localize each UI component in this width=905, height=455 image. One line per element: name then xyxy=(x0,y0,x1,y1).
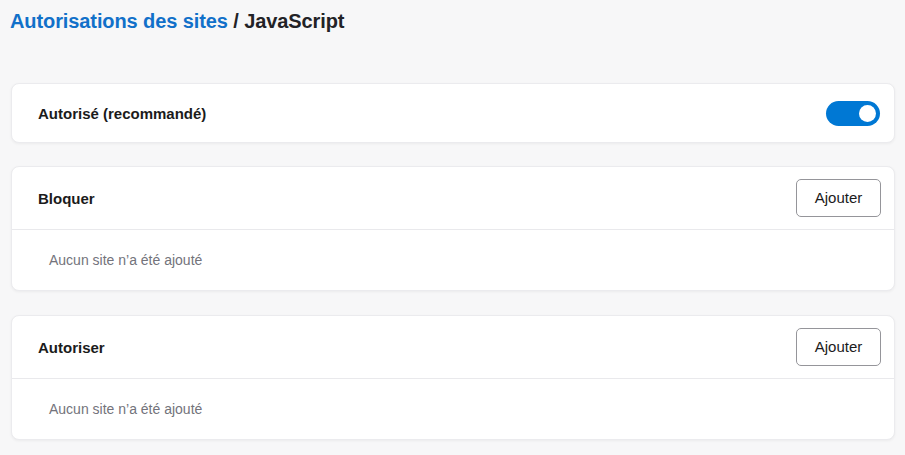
block-section-card: Bloquer Ajouter Aucun site n’a été ajout… xyxy=(11,166,895,291)
javascript-allowed-toggle[interactable] xyxy=(826,101,880,126)
allow-section-card: Autoriser Ajouter Aucun site n’a été ajo… xyxy=(11,315,895,440)
block-add-button[interactable]: Ajouter xyxy=(796,179,881,217)
default-setting-label: Autorisé (recommandé) xyxy=(38,105,206,122)
page-title: Autorisations des sites / JavaScript xyxy=(0,0,905,33)
breadcrumb-current: JavaScript xyxy=(244,10,344,32)
allow-section-title: Autoriser xyxy=(38,339,105,356)
block-section-header: Bloquer Ajouter xyxy=(12,167,894,229)
block-section-body: Aucun site n’a été ajouté xyxy=(12,229,894,290)
default-setting-card: Autorisé (recommandé) xyxy=(11,83,895,143)
breadcrumb-separator: / xyxy=(228,10,244,32)
block-empty-message: Aucun site n’a été ajouté xyxy=(49,252,202,268)
block-section-title: Bloquer xyxy=(38,190,95,207)
allow-add-button[interactable]: Ajouter xyxy=(796,328,881,366)
breadcrumb-parent-link[interactable]: Autorisations des sites xyxy=(10,10,228,32)
allow-section-body: Aucun site n’a été ajouté xyxy=(12,378,894,439)
allow-empty-message: Aucun site n’a été ajouté xyxy=(49,401,202,417)
toggle-knob xyxy=(859,105,876,122)
allow-section-header: Autoriser Ajouter xyxy=(12,316,894,378)
